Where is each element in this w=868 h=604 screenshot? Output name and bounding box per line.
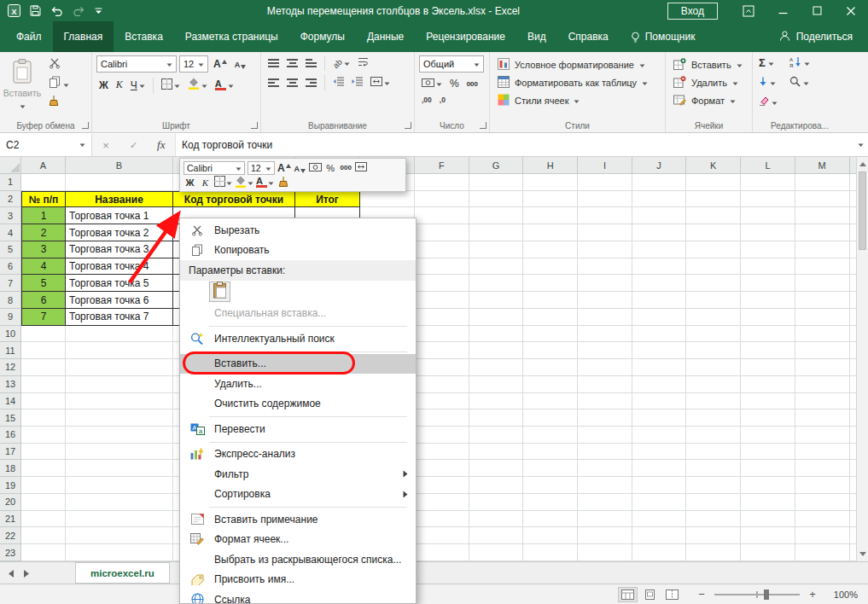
cell-I20[interactable] [578,494,632,511]
cell-A15[interactable] [21,409,66,427]
tab-data[interactable]: Данные [356,21,415,52]
vertical-scroll-thumb[interactable] [859,171,866,250]
cell-N21[interactable] [850,511,857,528]
cell-B21[interactable] [66,511,173,528]
menu-item-copy[interactable]: Копировать [180,241,416,261]
cell-J15[interactable] [632,409,687,427]
cell-J9[interactable] [632,309,687,326]
cell-A21[interactable] [21,511,66,528]
mini-comma-button[interactable]: 000 [340,161,352,175]
cell-H14[interactable] [523,393,578,410]
menu-item-pick-from-list[interactable]: Выбрать из раскрывающегося списка... [180,549,416,570]
insert-function-button[interactable]: fx [152,134,171,156]
cell-G2[interactable] [469,191,524,208]
cell-I13[interactable] [578,376,632,393]
scroll-up-icon[interactable] [857,158,868,171]
cell-A10[interactable] [21,326,66,343]
cell-I14[interactable] [578,393,632,410]
cell-M13[interactable] [795,376,850,393]
name-box[interactable]: C2 [0,134,92,156]
cell-K18[interactable] [686,460,741,477]
cell-I11[interactable] [578,342,632,359]
cell-G21[interactable] [469,511,524,528]
cell-M11[interactable] [795,342,850,359]
cell-styles-button[interactable]: Стили ячеек [494,91,662,109]
cell-K8[interactable] [686,292,741,309]
cell-L4[interactable] [741,224,795,241]
cell-A3[interactable]: 1 [21,207,66,224]
cell-F7[interactable] [415,275,469,292]
number-format-combo[interactable]: Общий [419,55,484,73]
font-name-combo[interactable]: Calibri [96,55,177,73]
menu-item-insert-comment[interactable]: Вставить примечание [180,509,416,530]
cell-M17[interactable] [795,444,850,461]
menu-item-format-cells[interactable]: Формат ячеек... [180,530,416,550]
cell-J20[interactable] [632,494,687,511]
cell-A18[interactable] [21,460,66,477]
cell-A17[interactable] [21,444,66,461]
wrap-text-button[interactable] [355,56,371,70]
cell-H9[interactable] [523,309,578,326]
cell-N8[interactable] [850,292,857,309]
grow-font-button[interactable]: А [211,57,230,71]
fill-color-button[interactable] [185,77,210,93]
cell-G1[interactable] [469,174,524,191]
cell-I18[interactable] [578,460,632,477]
format-cells-ribbon-button[interactable]: Формат [670,91,749,109]
cell-L2[interactable] [741,191,795,208]
cell-B6[interactable]: Торговая точка 4 [66,258,173,276]
cell-J21[interactable] [632,511,687,528]
cell-B9[interactable]: Торговая точка 7 [66,309,173,326]
cell-H18[interactable] [523,460,578,477]
number-dialog-launcher-icon[interactable] [480,122,486,129]
zoom-slider-thumb[interactable] [764,589,769,600]
cell-H22[interactable] [523,527,578,544]
cell-N14[interactable] [850,393,857,410]
cell-L20[interactable] [741,494,795,511]
cell-F14[interactable] [415,393,469,410]
cell-N23[interactable] [850,544,857,561]
cell-I12[interactable] [578,359,632,376]
cell-L17[interactable] [741,444,795,461]
cell-J1[interactable] [632,174,687,191]
cell-F10[interactable] [415,326,469,343]
cell-F2[interactable] [415,191,469,208]
formula-bar-content[interactable]: Код торговой точки [176,134,853,156]
cell-H17[interactable] [523,444,578,461]
cell-B12[interactable] [66,359,173,376]
cell-B3[interactable]: Торговая точка 1 [66,207,173,224]
cell-H3[interactable] [523,207,578,224]
cell-J18[interactable] [632,460,687,477]
cell-G10[interactable] [469,326,524,343]
cell-N15[interactable] [850,409,857,427]
cell-H20[interactable] [523,494,578,511]
row-header-7[interactable]: 7 [0,275,21,292]
mini-font-name-combo[interactable]: Calibri [184,161,245,175]
cut-button[interactable] [46,57,72,72]
cell-N11[interactable] [850,342,857,359]
clipboard-dialog-launcher-icon[interactable] [82,122,89,129]
cell-I22[interactable] [578,527,632,544]
cell-H15[interactable] [523,409,578,427]
cell-L13[interactable] [741,376,795,393]
cell-L8[interactable] [741,292,795,309]
insert-cells-button[interactable]: Вставить [670,55,749,73]
enter-button[interactable]: ✓ [124,134,143,156]
next-sheet-icon[interactable] [24,566,29,581]
cell-J14[interactable] [632,393,687,410]
cell-K5[interactable] [686,241,741,258]
cell-F22[interactable] [415,527,469,544]
row-header-11[interactable]: 11 [0,342,21,359]
menu-item-link[interactable]: Ссылка [180,589,416,604]
cell-B15[interactable] [66,409,173,427]
cell-L9[interactable] [741,309,795,326]
italic-button[interactable]: К [114,78,125,92]
row-header-22[interactable]: 22 [0,527,21,544]
cell-N10[interactable] [850,326,857,343]
cell-A1[interactable] [21,174,66,191]
mini-fill-color-button[interactable] [235,176,253,189]
cell-I15[interactable] [578,409,632,427]
tab-view[interactable]: Вид [516,21,557,52]
cell-K10[interactable] [686,326,741,343]
paste-button[interactable]: Вставить [4,55,40,115]
